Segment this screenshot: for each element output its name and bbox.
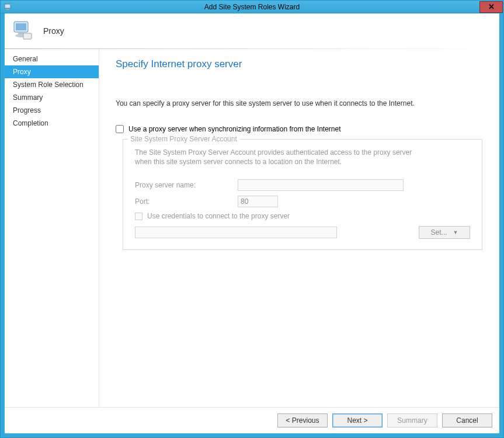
- computer-icon: [12, 19, 35, 44]
- previous-button[interactable]: < Previous: [277, 413, 328, 427]
- close-button[interactable]: ✕: [479, 1, 503, 13]
- set-button-label: Set...: [431, 228, 447, 237]
- proxy-name-input[interactable]: [238, 179, 404, 191]
- next-button[interactable]: Next >: [332, 413, 383, 427]
- wizard-footer: < Previous Next > Summary Cancel: [5, 407, 499, 433]
- svg-rect-1: [6, 9, 9, 10]
- nav-item-proxy[interactable]: Proxy: [5, 65, 99, 78]
- help-text: You can specify a proxy server for this …: [116, 99, 483, 107]
- nav-item-general[interactable]: General: [5, 53, 99, 65]
- chevron-down-icon: ▼: [453, 230, 458, 235]
- svg-rect-6: [23, 33, 32, 39]
- svg-rect-0: [5, 4, 11, 8]
- set-button[interactable]: Set... ▼: [419, 226, 470, 239]
- app-icon: [4, 3, 12, 11]
- wizard-nav: General Proxy System Role Selection Summ…: [5, 49, 99, 407]
- titlebar[interactable]: Add Site System Roles Wizard ✕: [1, 1, 503, 13]
- body-row: General Proxy System Role Selection Summ…: [5, 49, 499, 407]
- port-label: Port:: [135, 197, 238, 206]
- group-legend: Site System Proxy Server Account: [128, 135, 239, 143]
- nav-item-system-role-selection[interactable]: System Role Selection: [5, 78, 99, 91]
- summary-button[interactable]: Summary: [387, 413, 437, 427]
- nav-item-summary[interactable]: Summary: [5, 91, 99, 104]
- nav-item-completion[interactable]: Completion: [5, 117, 99, 130]
- credentials-input[interactable]: [135, 227, 337, 238]
- use-proxy-row: Use a proxy server when synchronizing in…: [116, 125, 483, 133]
- use-credentials-label: Use credentials to connect to the proxy …: [147, 212, 290, 220]
- port-row: Port:: [135, 196, 470, 207]
- client-area: Proxy General Proxy System Role Selectio…: [1, 13, 503, 437]
- wizard-header: Proxy: [5, 13, 499, 48]
- proxy-name-label: Proxy server name:: [135, 181, 238, 189]
- use-proxy-label: Use a proxy server when synchronizing in…: [128, 125, 341, 133]
- proxy-name-row: Proxy server name:: [135, 179, 470, 191]
- svg-rect-3: [16, 23, 26, 30]
- group-description: The Site System Proxy Server Account pro…: [135, 148, 415, 166]
- use-credentials-row: Use credentials to connect to the proxy …: [135, 212, 470, 220]
- wizard-window: Add Site System Roles Wizard ✕ Proxy Gen…: [0, 0, 504, 438]
- credentials-row: Set... ▼: [135, 226, 470, 239]
- port-input[interactable]: [238, 196, 278, 207]
- nav-item-progress[interactable]: Progress: [5, 104, 99, 117]
- proxy-account-group: Site System Proxy Server Account The Sit…: [123, 139, 482, 250]
- content-pane: Specify Internet proxy server You can sp…: [99, 49, 499, 407]
- cancel-button[interactable]: Cancel: [442, 413, 492, 427]
- step-name: Proxy: [43, 26, 64, 36]
- use-proxy-checkbox[interactable]: [116, 125, 124, 133]
- use-credentials-checkbox[interactable]: [135, 213, 142, 220]
- close-icon: ✕: [488, 2, 495, 11]
- window-title: Add Site System Roles Wizard: [0, 3, 504, 11]
- page-title: Specify Internet proxy server: [116, 58, 483, 70]
